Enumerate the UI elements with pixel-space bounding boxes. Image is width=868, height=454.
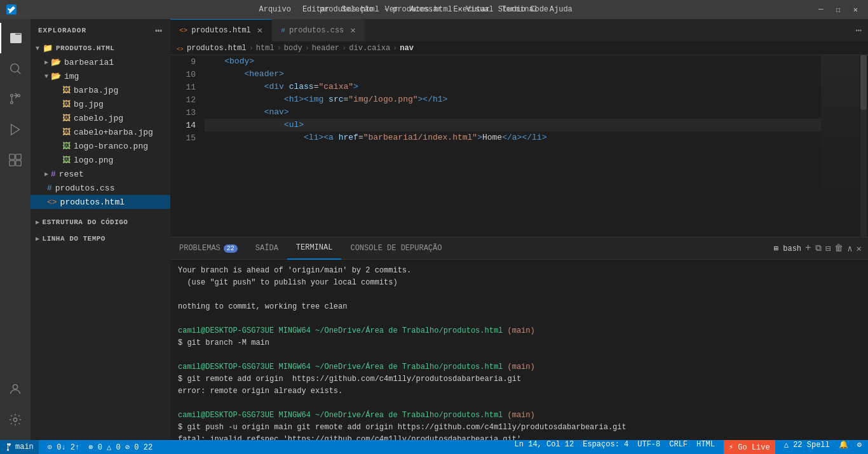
terminal-close-icon[interactable]: ✕ (857, 243, 862, 254)
sidebar-item-logo-branco[interactable]: 🖼 logo-branco.png (31, 139, 170, 153)
timeline-header[interactable]: ▶ LINHA DO TEMPO (31, 232, 170, 246)
tab-bar: <> produtos.html ✕ # produtos.css ✕ ⋯ (170, 19, 868, 41)
code-line-12[interactable]: <h1><img src="img/logo.png"></h1> (205, 93, 821, 106)
tab-console[interactable]: CONSOLE DE DEPURAÇÃO (341, 237, 451, 260)
status-golive[interactable]: ⚡ Go Live (724, 440, 775, 454)
terminal-chevron-up-icon[interactable]: ∧ (847, 243, 852, 254)
status-spell[interactable]: △ 22 Spell (784, 440, 830, 454)
svg-point-16 (7, 443, 9, 445)
term-cmd-3: $ git push -u origin main git remote add… (178, 422, 860, 434)
breadcrumb-nav[interactable]: nav (400, 44, 414, 53)
editor-content[interactable]: 9 10 11 12 13 14 15 <body> <header> (170, 55, 868, 237)
code-line-10[interactable]: <header> (205, 68, 821, 81)
status-encoding[interactable]: UTF-8 (637, 440, 660, 454)
maximize-button[interactable]: ☐ (832, 4, 844, 16)
reset-arrow: ▶ (44, 170, 48, 178)
tab-saida[interactable]: SAÍDA (247, 237, 287, 260)
source-control-activity-icon[interactable] (0, 84, 31, 114)
explorer-actions[interactable]: ⋯ (155, 23, 163, 37)
breadcrumb-html[interactable]: html (256, 44, 275, 53)
term-error-1: error: remote origin already exists. (178, 385, 860, 397)
sidebar-item-cabelo[interactable]: 🖼 cabelo.jpg (31, 111, 170, 125)
code-line-15[interactable]: <li><a href="barbearia1/index.html">Home… (205, 131, 821, 144)
status-eol[interactable]: CRLF (669, 440, 688, 454)
sidebar-item-bg[interactable]: 🖼 bg.jpg (31, 97, 170, 111)
status-position[interactable]: Ln 14, Col 12 (515, 440, 574, 454)
status-spaces[interactable]: Espaços: 4 (583, 440, 628, 454)
svg-point-5 (11, 95, 13, 97)
sidebar-item-cabelo-barba[interactable]: 🖼 cabelo+barba.jpg (31, 125, 170, 139)
terminal-content[interactable]: Your branch is ahead of 'origin/main' by… (170, 260, 868, 440)
status-sync[interactable]: ⊙ 0↓ 2↑ (48, 443, 79, 452)
sidebar-item-logo[interactable]: 🖼 logo.png (31, 153, 170, 167)
sidebar-item-produtos-html[interactable]: <> produtos.html (31, 195, 170, 209)
titlebar: Arquivo Editar Seleção Ver Acessar Execu… (0, 0, 868, 19)
tab-produtos-html[interactable]: <> produtos.html ✕ (170, 19, 272, 41)
status-language[interactable]: HTML (696, 440, 715, 454)
structure-header[interactable]: ▶ ESTRUTURA DO CÓDIGO (31, 215, 170, 229)
sidebar-item-barba[interactable]: 🖼 barba.jpg (31, 83, 170, 97)
account-activity-icon[interactable] (0, 374, 31, 404)
svg-rect-9 (10, 161, 15, 166)
menu-arquivo[interactable]: Arquivo (259, 5, 291, 14)
svg-point-14 (7, 449, 9, 451)
breadcrumb-file[interactable]: <> produtos.html (177, 44, 247, 53)
close-button[interactable]: ✕ (850, 4, 862, 16)
term-line-5 (178, 313, 860, 325)
terminal-split-icon[interactable]: ⧉ (815, 243, 822, 253)
titlebar-controls[interactable]: ─ ☐ ✕ (815, 4, 862, 16)
code-line-13[interactable]: <nav> (205, 106, 821, 119)
sidebar-item-img[interactable]: ▼ 📂 img (31, 69, 170, 83)
logo-label: logo.png (74, 156, 113, 165)
scrollbar-vertical[interactable] (859, 55, 868, 237)
tab-close-css[interactable]: ✕ (350, 26, 355, 35)
code-line-9[interactable]: <body> (205, 55, 821, 68)
tab-more-button[interactable]: ⋯ (849, 24, 868, 37)
terminal-layout-icon[interactable]: ⊟ (825, 243, 831, 254)
sidebar: EXPLORADOR ⋯ ▼ 📁 PRODUTOS.HTML ▶ 📂 barbe… (31, 19, 170, 440)
produtos-css-label: produtos.css (55, 184, 115, 193)
status-errors[interactable]: ⊗ 0 △ 0 ⊘ 0 22 (88, 443, 153, 452)
panel-actions[interactable]: ⊞ bash + ⧉ ⊟ 🗑 ∧ ✕ (774, 243, 868, 254)
code-line-11[interactable]: <div class="caixa"> (205, 81, 821, 93)
tab-produtos-css[interactable]: # produtos.css ✕ (272, 19, 365, 41)
settings-activity-icon[interactable] (0, 404, 31, 435)
tab-problemas[interactable]: PROBLEMAS 22 (170, 237, 247, 260)
tab-terminal[interactable]: TERMINAL (287, 237, 342, 260)
cabelo-label: cabelo.jpg (74, 114, 123, 123)
explorer-more-icon[interactable]: ⋯ (155, 23, 163, 37)
sidebar-item-produtos-css[interactable]: # produtos.css (31, 181, 170, 195)
svg-rect-10 (16, 161, 21, 166)
explorer-icon[interactable] (0, 23, 31, 53)
status-bell[interactable]: 🔔 (839, 440, 848, 454)
extensions-activity-icon[interactable] (0, 145, 31, 175)
svg-rect-8 (16, 154, 21, 159)
produtos-html-icon: <> (47, 197, 57, 207)
status-settings[interactable]: ⚙ (857, 440, 862, 454)
breadcrumb-div-caixa[interactable]: div.caixa (349, 44, 390, 53)
svg-rect-7 (10, 154, 15, 159)
term-cmd-1: $ git branch -M main (178, 337, 860, 349)
explorer-root[interactable]: ▼ 📁 PRODUTOS.HTML (31, 41, 170, 55)
breadcrumb-header[interactable]: header (312, 44, 339, 53)
cabelo-barba-label: cabelo+barba.jpg (74, 128, 153, 137)
search-activity-icon[interactable] (0, 53, 31, 84)
code-editor[interactable]: <body> <header> <div class="caixa"> <h1>… (202, 55, 821, 237)
line-num-13: 13 (170, 107, 196, 119)
sidebar-item-barbearia1[interactable]: ▶ 📂 barbearia1 (31, 55, 170, 69)
produtos-html-label: produtos.html (60, 197, 125, 207)
svg-point-3 (11, 102, 13, 104)
code-line-14[interactable]: <ul> (205, 119, 821, 131)
menu-ajuda[interactable]: Ajuda (550, 5, 573, 14)
minimize-button[interactable]: ─ (815, 4, 827, 15)
tab-css-icon: # (281, 27, 285, 34)
prompt-user-3: camil@DESKTOP-GSG73UE MINGW64 ~/OneDrive… (178, 411, 507, 420)
breadcrumb-body[interactable]: body (284, 44, 302, 53)
sidebar-item-reset[interactable]: ▶ # reset (31, 167, 170, 181)
status-branch[interactable]: main (0, 440, 39, 454)
terminal-add-icon[interactable]: + (805, 243, 811, 254)
run-activity-icon[interactable] (0, 114, 31, 145)
terminal-trash-icon[interactable]: 🗑 (834, 243, 843, 253)
terminal-panel: PROBLEMAS 22 SAÍDA TERMINAL CONSOLE DE D… (170, 237, 868, 440)
tab-close-html[interactable]: ✕ (257, 26, 262, 35)
